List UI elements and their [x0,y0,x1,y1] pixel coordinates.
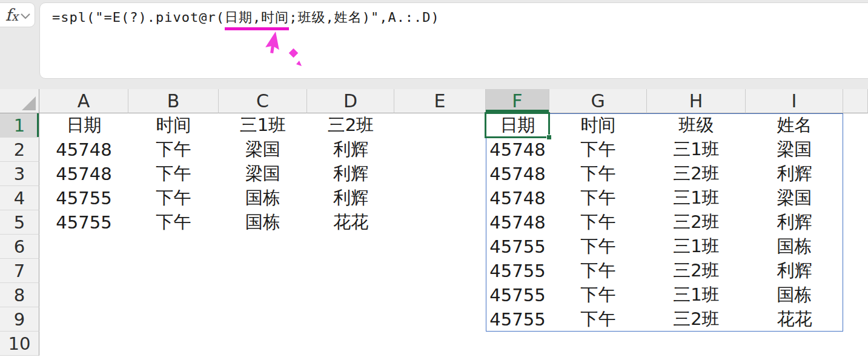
cell-D2[interactable]: 利辉 [307,138,394,162]
cell-G7[interactable]: 下午 [549,259,647,283]
column-header-I[interactable]: I [746,89,843,113]
cell-E4[interactable] [394,186,486,210]
column-header-H[interactable]: H [647,89,746,113]
cell-C7[interactable] [219,259,307,283]
select-all-button[interactable] [0,89,39,113]
row-header-2[interactable]: 2 [0,138,39,162]
cell-H4[interactable]: 三1班 [647,186,746,210]
cell-A6[interactable] [39,235,128,259]
cell-F10[interactable] [486,332,549,356]
cell-A8[interactable] [39,283,128,307]
cell-E5[interactable] [394,210,486,235]
cell-D3[interactable]: 利辉 [307,162,394,186]
column-header-A[interactable]: A [39,89,128,113]
cell-A5[interactable]: 45755 [39,210,128,235]
cell-A7[interactable] [39,259,128,283]
cell-B2[interactable]: 下午 [128,138,219,162]
row-header-7[interactable]: 7 [0,259,39,283]
cell-F2[interactable]: 45748 [486,138,549,162]
cell-I5[interactable]: 利辉 [746,210,843,235]
cell-E7[interactable] [394,259,486,283]
cell-I1[interactable]: 姓名 [746,113,843,138]
cell-E1[interactable] [394,113,486,138]
cell-H5[interactable]: 三2班 [647,210,746,235]
cell-G5[interactable]: 下午 [549,210,647,235]
cell-F5[interactable]: 45748 [486,210,549,235]
cell-C5[interactable]: 国栋 [219,210,307,235]
cell-B10[interactable] [128,332,219,356]
cell-D5[interactable]: 花花 [307,210,394,235]
cell-A1[interactable]: 日期 [39,113,128,138]
cell-G6[interactable]: 下午 [549,235,647,259]
cell-A10[interactable] [39,332,128,356]
cell-C8[interactable] [219,283,307,307]
cell-B8[interactable] [128,283,219,307]
cell-I10[interactable] [746,332,843,356]
row-header-6[interactable]: 6 [0,235,39,259]
row-header-10[interactable]: 10 [0,332,39,356]
cell-F7[interactable]: 45755 [486,259,549,283]
cell-B9[interactable] [128,307,219,332]
fill-handle[interactable] [546,135,552,140]
cell-F9[interactable]: 45755 [486,307,549,332]
cell-B3[interactable]: 下午 [128,162,219,186]
cell-G9[interactable]: 下午 [549,307,647,332]
cell-D10[interactable] [307,332,394,356]
row-header-3[interactable]: 3 [0,162,39,186]
column-header-D[interactable]: D [307,89,394,113]
cell-E9[interactable] [394,307,486,332]
cell-B6[interactable] [128,235,219,259]
row-header-4[interactable]: 4 [0,186,39,210]
column-header-C[interactable]: C [219,89,307,113]
cell-G1[interactable]: 时间 [549,113,647,138]
cell-C3[interactable]: 梁国 [219,162,307,186]
row-header-8[interactable]: 8 [0,283,39,307]
formula-input[interactable]: =spl("=E(?).pivot@r(日期,时间;班级,姓名)",A.:.D) [39,2,868,79]
fx-button[interactable]: fx [0,2,35,27]
column-header-F[interactable]: F [486,89,549,113]
row-header-9[interactable]: 9 [0,307,39,332]
cell-C6[interactable] [219,235,307,259]
cell-I4[interactable]: 梁国 [746,186,843,210]
cell-I6[interactable]: 国栋 [746,235,843,259]
cell-I9[interactable]: 花花 [746,307,843,332]
cell-A3[interactable]: 45748 [39,162,128,186]
cell-H8[interactable]: 三1班 [647,283,746,307]
cell-A4[interactable]: 45755 [39,186,128,210]
cell-D1[interactable]: 三2班 [307,113,394,138]
column-header-B[interactable]: B [128,89,219,113]
cell-E2[interactable] [394,138,486,162]
cell-A9[interactable] [39,307,128,332]
cell-I7[interactable]: 利辉 [746,259,843,283]
cell-B7[interactable] [128,259,219,283]
cell-C2[interactable]: 梁国 [219,138,307,162]
cell-C4[interactable]: 国栋 [219,186,307,210]
cell-H1[interactable]: 班级 [647,113,746,138]
cell-H9[interactable]: 三2班 [647,307,746,332]
cell-F3[interactable]: 45748 [486,162,549,186]
cell-G3[interactable]: 下午 [549,162,647,186]
cell-G2[interactable]: 下午 [549,138,647,162]
row-header-1[interactable]: 1 [0,113,39,138]
cell-E6[interactable] [394,235,486,259]
column-header-E[interactable]: E [394,89,486,113]
cell-H3[interactable]: 三2班 [647,162,746,186]
selected-cell-border[interactable] [485,112,550,138]
cell-E3[interactable] [394,162,486,186]
cell-B5[interactable]: 下午 [128,210,219,235]
cell-H10[interactable] [647,332,746,356]
cell-D9[interactable] [307,307,394,332]
cell-C9[interactable] [219,307,307,332]
cell-F6[interactable]: 45755 [486,235,549,259]
column-header-G[interactable]: G [549,89,647,113]
cell-F4[interactable]: 45748 [486,186,549,210]
cell-D6[interactable] [307,235,394,259]
cell-I8[interactable]: 国栋 [746,283,843,307]
row-header-5[interactable]: 5 [0,210,39,235]
cell-G10[interactable] [549,332,647,356]
cell-H7[interactable]: 三2班 [647,259,746,283]
cell-G8[interactable]: 下午 [549,283,647,307]
cell-E10[interactable] [394,332,486,356]
cell-E8[interactable] [394,283,486,307]
chevron-down-icon[interactable] [21,13,30,19]
